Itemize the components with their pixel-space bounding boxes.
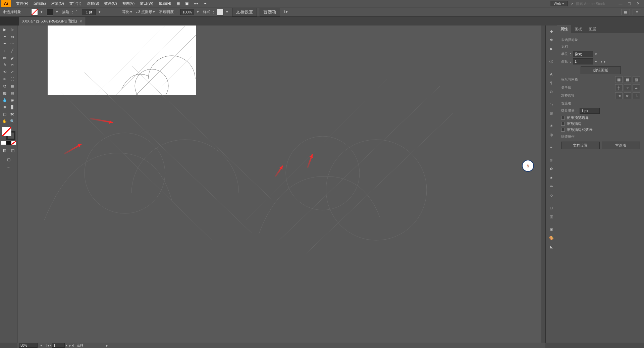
eyedropper-tool[interactable]: 💧 <box>1 97 9 104</box>
lasso-tool[interactable]: ᔕ <box>9 33 16 40</box>
nav-last[interactable]: ▸| <box>72 344 74 347</box>
nav-first[interactable]: |◂ <box>46 344 49 347</box>
panel-icon-play[interactable]: ▶ <box>546 44 557 53</box>
eraser-tool[interactable]: ✂ <box>9 61 16 68</box>
guides-show-icon[interactable]: ┼ <box>615 84 623 91</box>
artboard-next[interactable]: ▸ <box>604 60 606 63</box>
artboard-prev[interactable]: ◂ <box>600 60 602 63</box>
selection-tool[interactable]: ▶ <box>1 26 9 33</box>
panel-icon-sun[interactable]: ☀ <box>546 121 557 130</box>
document-tab-close[interactable]: × <box>79 19 82 24</box>
artboard-number-input[interactable] <box>52 343 65 348</box>
fill-dropdown[interactable]: ▾ <box>41 10 44 14</box>
gradient-tool[interactable]: ▤ <box>9 90 16 97</box>
color-mode-none[interactable] <box>11 141 16 145</box>
artboard-select[interactable] <box>573 58 593 64</box>
panel-icon-actions[interactable]: ⊞ <box>546 109 557 117</box>
change-screen-mode[interactable]: ▢ <box>5 156 12 163</box>
prefs-button[interactable]: 首选项 <box>260 8 280 16</box>
menu-cloud-icon[interactable]: ✦ <box>201 1 209 6</box>
panel-icon-transform[interactable]: ⊡ <box>546 203 557 212</box>
stroke-weight-dd[interactable]: ▾ <box>99 10 102 14</box>
scale-tool[interactable]: ⤢ <box>9 68 16 76</box>
panel-icon-pathfinder[interactable]: ◫ <box>546 212 557 221</box>
stroke-dash-select[interactable]: • 3 点圆形▾ <box>136 9 156 14</box>
panel-icon-color[interactable]: ◆ <box>546 27 557 36</box>
panel-icon-recolor[interactable]: ◎ <box>546 130 557 139</box>
window-maximize[interactable]: ▢ <box>627 2 631 6</box>
canvas[interactable]: 🦌 <box>17 26 545 343</box>
menu-file[interactable]: 文件(F) <box>13 0 31 7</box>
panel-icon-glyph[interactable]: ⊙ <box>546 87 557 96</box>
edit-artboards-button[interactable]: 编辑画板 <box>581 66 621 74</box>
color-mode-fill[interactable] <box>1 141 6 145</box>
stroke-style-select[interactable]: 等比▾ <box>105 9 133 14</box>
menu-stock-icon[interactable]: ▣ <box>182 1 191 6</box>
screen-mode-icon[interactable]: ◫ <box>9 147 16 154</box>
pencil-tool[interactable]: ✎ <box>1 61 9 68</box>
menu-help[interactable]: 帮助(H) <box>156 0 174 7</box>
menu-select[interactable]: 选择(S) <box>84 0 102 7</box>
opacity-input[interactable] <box>180 9 194 15</box>
tab-layers[interactable]: 图层 <box>585 25 599 33</box>
blend-tool[interactable]: ◉ <box>9 97 16 104</box>
search-input[interactable] <box>576 2 616 6</box>
artboard-tool[interactable]: ▢ <box>1 111 9 118</box>
draw-mode-icon[interactable]: ◧ <box>1 147 8 154</box>
snap-point-icon[interactable]: ⇤ <box>624 92 631 99</box>
slice-tool[interactable]: ✀ <box>9 111 16 118</box>
opacity-dd[interactable]: ▾ <box>197 10 200 14</box>
shape-builder-tool[interactable]: ◔ <box>1 83 9 90</box>
line-tool[interactable]: ╱ <box>9 47 16 54</box>
search-box[interactable]: ⌕ <box>571 2 616 6</box>
menu-effect[interactable]: 效果(C) <box>102 0 119 7</box>
paintbrush-tool[interactable]: 🖌 <box>9 54 16 61</box>
panel-icon-appearance[interactable]: ◇ <box>546 191 557 199</box>
panel-icon-symbols[interactable]: ♣ <box>546 173 557 182</box>
fill-stroke-indicator[interactable] <box>1 127 16 140</box>
free-transform-tool[interactable]: ⛶ <box>9 76 16 83</box>
panel-icon-char[interactable]: A <box>546 70 557 79</box>
toolbox-more[interactable]: ⋯ <box>1 166 16 170</box>
doc-setup-button-2[interactable]: 文档设置 <box>561 142 600 149</box>
nav-next[interactable]: ▸ <box>69 344 71 347</box>
panel-icon-gradient2[interactable]: ◣ <box>546 242 557 251</box>
status-more[interactable]: ▸ <box>106 344 108 347</box>
stroke-dropdown[interactable]: ▾ <box>56 10 59 14</box>
key-increment-input[interactable] <box>580 108 600 114</box>
fill-swatch[interactable] <box>31 9 38 15</box>
panel-icon-brushes[interactable]: ✿ <box>546 164 557 173</box>
menu-edit[interactable]: 编辑(E) <box>31 0 49 7</box>
document-tab[interactable]: XXX.ai* @ 50% (RGB/GPU 预览) × <box>19 17 86 26</box>
panel-icon-colors[interactable]: 🎨 <box>546 234 557 242</box>
type-tool[interactable]: T <box>1 47 9 54</box>
panel-icon-link[interactable]: ⮀ <box>546 100 557 109</box>
menu-view[interactable]: 视图(V) <box>120 0 138 7</box>
align-icon[interactable]: ⥮▾ <box>283 10 288 14</box>
units-dd[interactable]: ▾ <box>595 52 598 56</box>
guides-smart-icon[interactable]: ⫠ <box>633 84 640 91</box>
zoom-input[interactable] <box>19 343 38 348</box>
stroke-weight-input[interactable] <box>82 9 96 15</box>
stroke-swatch[interactable] <box>47 9 53 15</box>
use-preview-bounds-checkbox[interactable]: 使用预览边界 <box>561 115 640 120</box>
scale-effects-checkbox[interactable]: 缩放描边和效果 <box>561 127 640 132</box>
style-dd[interactable]: ▾ <box>226 10 229 14</box>
zoom-dd[interactable]: ▾ <box>40 343 44 348</box>
zoom-tool[interactable]: 🔍 <box>9 118 16 125</box>
symbol-sprayer-tool[interactable]: ✺ <box>1 104 9 111</box>
snap-pixel-icon[interactable]: ⇥ <box>615 92 623 99</box>
panel-icon-info[interactable]: ⓘ <box>546 57 557 66</box>
perspective-tool[interactable]: ▦ <box>9 83 16 90</box>
graph-tool[interactable]: ▊ <box>9 104 16 111</box>
grid-toggle-icon[interactable]: ▩ <box>624 76 631 83</box>
stroke-up[interactable]: ˄ <box>76 10 79 14</box>
rotate-tool[interactable]: ⟲ <box>1 68 9 76</box>
scrollbar-vertical[interactable] <box>541 26 545 343</box>
menu-window[interactable]: 窗口(W) <box>137 0 156 7</box>
menu-bridge-icon[interactable]: ▦ <box>174 1 182 6</box>
units-select[interactable] <box>573 51 593 57</box>
magic-wand-tool[interactable]: ✦ <box>1 33 9 40</box>
panel-icon-align[interactable]: ≡ <box>546 143 557 152</box>
guides-lock-icon[interactable]: ⫟ <box>624 84 631 91</box>
